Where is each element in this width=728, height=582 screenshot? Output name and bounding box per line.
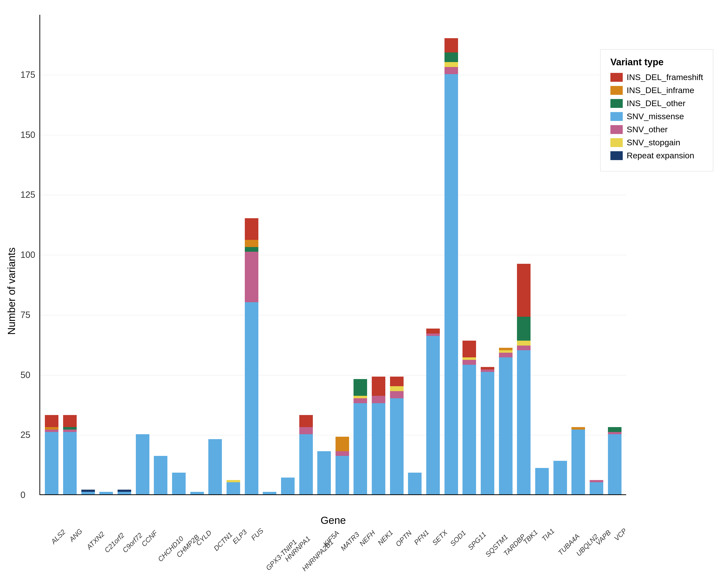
bar-segment-snv_other [426,333,440,336]
bar-segment-snv_missense [408,473,421,494]
bar-stack [481,367,494,494]
bar-stack [172,473,186,494]
bar-segment-snv_missense [118,492,131,494]
x-tick-label: C21orf2 [103,531,126,554]
bar-wrapper: TUBA4A [551,15,569,494]
bar-segment-snv_other [463,360,476,365]
bar-stack [590,480,603,495]
bar-segment-snv_missense [444,74,458,494]
bar-segment-snv_missense [190,492,204,494]
legend-color-box [610,125,623,134]
legend-color-box [610,86,623,95]
bar-segment-snv_missense [317,451,331,495]
bar-segment-ins_del_frameshift [463,341,476,357]
bar-segment-ins_del_frameshift [245,218,258,240]
bar-segment-snv_other [481,369,494,372]
bar-segment-snv_missense [336,456,349,494]
bar-segment-snv_missense [372,403,385,495]
bar-segment-snv_other [245,252,258,302]
x-tick-label: ANG [68,527,84,544]
bar-wrapper: NEK1 [369,15,388,494]
y-gridline [40,495,626,495]
bar-stack [81,490,95,495]
bar-segment-snv_missense [590,482,603,494]
bar-segment-snv_other [63,429,77,432]
bar-segment-ins_del_inframe [499,348,513,350]
bar-wrapper: SETX [424,15,442,494]
y-tick-label: 50 [21,370,30,380]
bar-segment-repeat_expansion [118,490,131,492]
bar-stack [99,492,113,494]
y-tick-label: 175 [21,70,35,80]
bar-segment-snv_stopgain [227,480,240,482]
bar-segment-snv_missense [517,350,530,494]
legend-item-label: SNV_missense [627,112,684,121]
bar-stack [63,415,77,494]
legend-item: SNV_other [610,124,703,134]
bar-stack [426,329,440,494]
bar-segment-snv_other [45,429,58,432]
bar-stack [317,451,331,495]
bar-wrapper: FUS [242,15,261,494]
bar-wrapper: SOD1 [442,15,460,494]
x-tick-label: TIA1 [540,527,556,543]
bar-segment-ins_del_inframe [245,240,258,247]
bar-segment-ins_del_inframe [45,427,58,429]
bar-stack [136,434,149,494]
bar-segment-snv_missense [499,357,513,494]
bar-segment-snv_stopgain [463,357,476,360]
y-tick-label: 75 [21,310,30,320]
bar-segment-snv_missense [426,336,440,495]
bar-segment-snv_missense [245,302,258,494]
bar-stack [408,473,421,494]
bar-wrapper: SPG11 [460,15,478,494]
bar-segment-snv_missense [535,468,549,494]
bar-segment-snv_other [590,480,603,482]
bar-wrapper: NEFH [351,15,369,494]
bar-segment-snv_missense [63,432,77,495]
bar-wrapper: MATR3 [333,15,352,494]
x-tick-label: ELP3 [231,528,249,546]
legend-item-label: INS_DEL_inframe [627,85,694,95]
bar-segment-snv_other [354,398,367,403]
legend-color-box [610,138,623,147]
bar-stack [535,468,549,494]
bar-segment-snv_missense [81,492,95,494]
bar-stack [281,477,294,494]
x-tick-label: ALS2 [50,528,67,546]
bar-segment-ins_del_other [444,52,458,62]
bar-segment-ins_del_frameshift [517,264,530,317]
bar-segment-ins_del_inframe [336,437,349,451]
x-tick-label: PFN1 [413,528,431,546]
bar-segment-snv_other [444,67,458,74]
bar-segment-ins_del_frameshift [426,329,440,333]
bar-stack [553,461,567,495]
bar-segment-snv_missense [172,473,186,494]
legend-color-box [610,151,623,160]
chart-container: Number of variants 0255075100125150175 A… [0,0,728,582]
bar-segment-snv_stopgain [499,350,513,353]
y-tick-label: 25 [21,430,30,440]
bar-stack [154,456,167,494]
legend-item: INS_DEL_frameshift [610,73,703,82]
bar-segment-snv_stopgain [390,386,404,391]
legend-item-label: INS_DEL_frameshift [627,73,703,82]
y-tick-label: 125 [21,190,35,200]
x-tick-label: DCTN1 [212,531,234,553]
bar-wrapper: HNRNPA1 [279,15,297,494]
bar-wrapper: C9orf72 [115,15,134,494]
x-tick-label: ATXN2 [85,530,106,551]
x-tick-label: SPG11 [466,530,488,551]
bar-segment-ins_del_frameshift [444,38,458,53]
x-tick-label: MATR3 [339,530,361,552]
legend-item-label: SNV_other [627,124,668,134]
bar-wrapper: SQSTM1 [478,15,497,494]
bar-stack [118,490,131,495]
bar-segment-ins_del_frameshift [372,377,385,396]
bar-segment-snv_missense [208,439,222,494]
bar-segment-snv_missense [299,434,313,494]
bar-segment-snv_missense [99,492,113,494]
bar-wrapper: KIF5A [315,15,333,494]
bar-segment-snv_other [299,427,313,434]
bar-segment-snv_other [608,432,622,435]
